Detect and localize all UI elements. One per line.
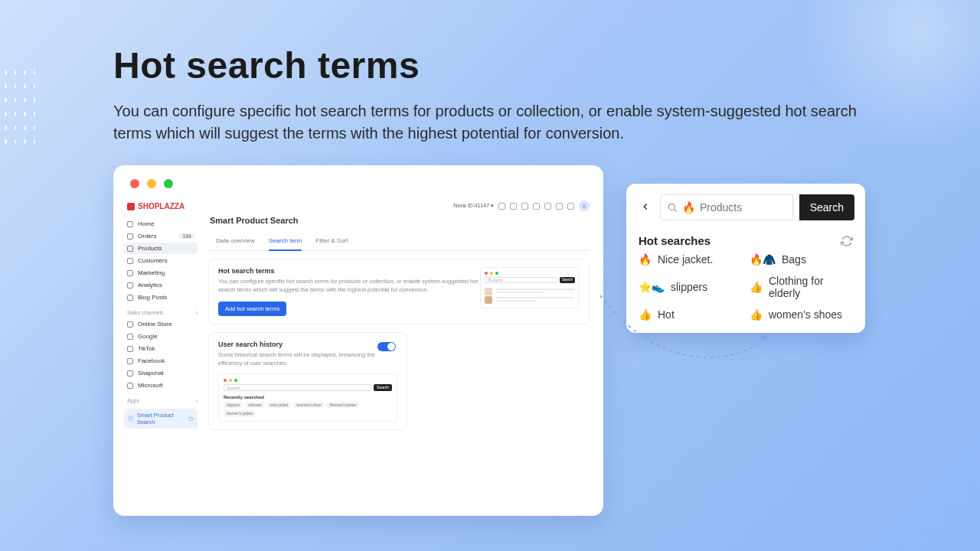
sidebar-item-snapchat[interactable]: Snapchat [124,367,198,379]
mobile-search-button[interactable]: Search [799,194,854,220]
marketing-icon [127,270,133,276]
preview-search-button: Search [374,384,392,391]
sidebar-item-online-store[interactable]: Online Store [124,318,198,330]
hot-search-label: slippers [671,281,707,293]
sidebar-item-microsoft[interactable]: Microsoft [124,380,198,391]
hot-search-item[interactable]: 🔥Nice jacket. [639,253,742,266]
sidebar-item-google[interactable]: Google [124,331,198,342]
sidebar-item-label: TikTok [138,345,155,352]
sidebar-item-label: Snapchat [138,370,164,377]
card-description: Some historical search terms will be dis… [218,351,397,367]
hot-search-item[interactable]: 👍Clothing for elderly [750,275,853,299]
window-maximize-icon[interactable] [164,179,173,188]
chip: woman's shoe [293,402,324,408]
store-switcher[interactable]: Nova ID:41147 ▾ [453,203,494,209]
customers-icon [127,258,133,264]
chip: Woman's jacket [326,402,359,408]
sidebar-item-blog[interactable]: Blog Posts [124,292,198,303]
sidebar-item-tiktok[interactable]: TikTok [124,343,198,354]
sidebar-item-label: Google [138,333,158,340]
fire-icon: 🔥 [682,201,695,214]
wifi-icon[interactable] [567,203,574,210]
sidebar-item-marketing[interactable]: Marketing [124,267,198,279]
sidebar-item-analytics[interactable]: Analytics [124,279,198,291]
hot-search-preview: Products Search [480,267,580,308]
refresh-icon[interactable] [841,235,853,247]
back-button[interactable] [637,200,654,216]
thumbs-up-icon: 👍 [750,309,763,320]
svg-line-1 [675,210,677,212]
sidebar-item-home[interactable]: Home [124,218,198,230]
page-heading: Hot search terms You can configure speci… [113,44,864,145]
sidebar-item-facebook[interactable]: Facebook [124,355,198,367]
hot-search-item[interactable]: 👍Hot [639,308,742,321]
page-title: Hot search terms [113,44,864,86]
mobile-search-field[interactable]: 🔥 [660,194,793,220]
sidebar-app-smart-search[interactable]: Smart Product Search⊙ [124,409,198,429]
search-icon [667,202,678,213]
avatar[interactable]: X [579,201,590,211]
brand-logo-icon [127,203,135,210]
hot-search-label: Clothing for elderly [769,275,853,299]
mobile-search-input[interactable] [700,201,786,214]
preview-window-controls [224,379,392,382]
sidebar-item-products[interactable]: Products [124,243,198,254]
orders-icon [127,233,133,240]
sidebar-item-customers[interactable]: Customers [124,255,198,266]
admin-window: SHOPLAZZA Home Orders184 Products Custom… [113,165,603,516]
blog-icon [127,295,133,301]
tab-filter-sort[interactable]: Filter & Sort [315,233,348,250]
admin-topbar: Nova ID:41147 ▾ X [208,201,590,211]
sidebar-section-channels[interactable]: Sales channels› [127,309,198,316]
sidebar-section-apps[interactable]: Apps› [127,397,198,404]
chip: woman's jacket [224,410,256,416]
dot-grid-decoration [5,70,35,153]
chat-icon[interactable] [544,203,551,210]
history-preview: Search Search Recently searched slippers… [218,373,397,422]
preview-search-field: Search [224,384,371,391]
history-toggle[interactable] [377,342,396,351]
tabs: Data overview Search term Filter & Sort [208,233,590,251]
sidebar-item-label: Online Store [138,321,172,328]
sidebar-item-label: Customers [138,257,168,264]
window-close-icon[interactable] [130,179,139,188]
star-shoe-icon: ⭐👟 [639,282,665,292]
chevron-right-icon: › [195,397,198,404]
hot-search-label: Bags [782,253,806,266]
home-icon [127,221,133,227]
fire-coat-icon: 🔥🧥 [750,254,776,265]
brand[interactable]: SHOPLAZZA [127,202,198,210]
window-minimize-icon[interactable] [147,179,156,188]
hot-searches-title: Hot searches [639,234,710,247]
microsoft-icon [127,383,133,389]
mobile-hot-searches-card: 🔥 Search Hot searches 🔥Nice jacket. 🔥🧥Ba… [626,184,865,333]
thumbs-up-icon: 👍 [639,309,652,320]
sidebar-item-label: Facebook [138,357,165,364]
preview-thumb-icon [485,288,492,295]
preview-search-button: Search [560,277,575,283]
cart-icon[interactable] [498,203,505,210]
hot-search-item[interactable]: 🔥🧥Bags [750,253,853,266]
preview-window-controls [485,272,575,275]
thumbs-up-icon: 👍 [750,282,763,292]
add-hot-search-button[interactable]: Add hot search terms [218,302,286,316]
tab-data-overview[interactable]: Data overview [216,233,255,250]
sidebar-item-label: Marketing [138,269,165,276]
gift-icon[interactable] [510,203,517,210]
sidebar-item-orders[interactable]: Orders184 [124,230,198,242]
hot-search-label: women's shoes [769,308,842,321]
products-icon [127,246,133,252]
page-description: You can configure specific hot search te… [113,100,864,145]
tiktok-icon [127,346,133,352]
bell-icon[interactable] [533,203,540,210]
help-icon[interactable] [521,203,528,210]
fire-icon: 🔥 [639,254,652,265]
tab-search-term[interactable]: Search term [269,233,302,250]
google-icon [127,334,133,340]
hot-search-item[interactable]: 👍women's shoes [750,308,853,321]
mail-icon[interactable] [556,203,563,210]
hot-search-label: Nice jacket. [658,253,713,266]
facebook-icon [127,358,133,364]
chip: dresses [245,402,265,408]
hot-search-item[interactable]: ⭐👟slippers [639,275,742,299]
